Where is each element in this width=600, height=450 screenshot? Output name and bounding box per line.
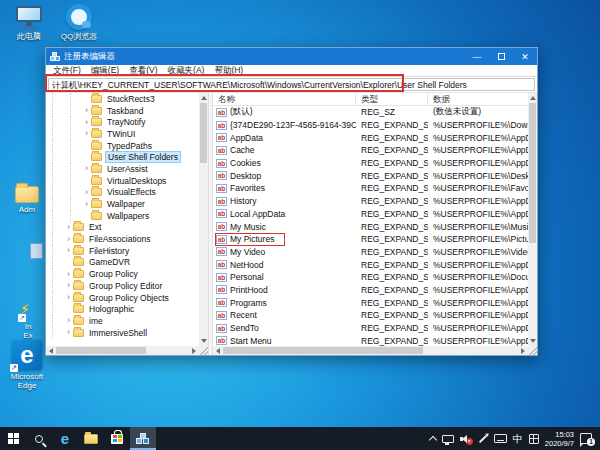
scroll-up-icon[interactable] — [530, 96, 536, 100]
taskbar-file-explorer-button[interactable] — [78, 427, 104, 450]
taskbar-edge-button[interactable]: e — [52, 427, 78, 450]
ime-mode-indicator[interactable]: 中 — [513, 434, 523, 444]
tree-item[interactable]: VirtualDesktops — [46, 175, 199, 187]
touch-keyboard-icon[interactable] — [494, 434, 507, 443]
address-input[interactable]: 计算机\HKEY_CURRENT_USER\SOFTWARE\Microsoft… — [48, 78, 535, 91]
menu-item[interactable]: 查看(V) — [126, 65, 164, 77]
desktop-icon-this-pc[interactable]: 此电脑 — [8, 6, 50, 41]
taskbar-regedit-button[interactable] — [130, 427, 156, 450]
title-bar[interactable]: 注册表编辑器 — ✕ — [46, 48, 537, 65]
start-button[interactable] — [0, 427, 26, 450]
desktop-icon-user-folder[interactable]: Adm — [10, 186, 44, 214]
expand-chevron-icon[interactable]: › — [82, 164, 91, 173]
tree-vertical-scrollbar[interactable] — [199, 93, 208, 346]
tree-item[interactable]: ›ImmersiveShell — [46, 327, 199, 339]
registry-value-row[interactable]: abNetHoodREG_EXPAND_SZ%USERPROFILE%\AppD… — [213, 258, 528, 271]
tree-horizontal-scrollbar[interactable] — [46, 346, 199, 355]
registry-value-row[interactable]: abCacheREG_EXPAND_SZ%USERPROFILE%\AppDa — [213, 144, 528, 157]
taskbar-store-button[interactable] — [104, 427, 130, 450]
registry-value-row[interactable]: abPrintHoodREG_EXPAND_SZ%USERPROFILE%\Ap… — [213, 284, 528, 297]
menu-item[interactable]: 编辑(E) — [88, 65, 126, 77]
tree-item[interactable]: ›FileAssociations — [46, 233, 199, 245]
scroll-right-icon[interactable] — [521, 348, 525, 354]
registry-value-row[interactable]: abFavoritesREG_EXPAND_SZ%USERPROFILE%\Fa… — [213, 182, 528, 195]
scroll-down-icon[interactable] — [201, 339, 207, 343]
expand-chevron-icon[interactable]: › — [82, 106, 91, 115]
registry-value-row[interactable]: abHistoryREG_EXPAND_SZ%USERPROFILE%\AppD… — [213, 195, 528, 208]
tree-item[interactable]: ›Group Policy — [46, 268, 199, 280]
registry-value-row[interactable]: abStart MenuREG_EXPAND_SZ%USERPROFILE%\A… — [213, 334, 528, 346]
registry-value-row[interactable]: abMy PicturesREG_EXPAND_SZ%USERPROFILE%\… — [213, 233, 528, 246]
values-vertical-scrollbar[interactable] — [528, 93, 537, 346]
registry-value-row[interactable]: abProgramsREG_EXPAND_SZ%USERPROFILE%\App… — [213, 296, 528, 309]
tree-item[interactable]: TypedPaths — [46, 140, 199, 152]
registry-value-row[interactable]: abPersonalREG_EXPAND_SZ%USERPROFILE%\Doc… — [213, 271, 528, 284]
scrollbar-thumb[interactable] — [223, 347, 423, 354]
tree-item[interactable]: ›TWinUI — [46, 128, 199, 140]
taskbar-clock[interactable]: 15:03 2020/9/7 — [545, 430, 574, 448]
scroll-left-icon[interactable] — [216, 348, 220, 354]
tree-item[interactable]: ›Ext — [46, 222, 199, 234]
values-horizontal-scrollbar[interactable] — [213, 346, 528, 355]
tree-item[interactable]: ›Taskband — [46, 105, 199, 117]
hidden-icons-chevron-icon[interactable] — [429, 436, 437, 444]
tree-item[interactable]: ›Group Policy Editor — [46, 280, 199, 292]
menu-item[interactable]: 帮助(H) — [211, 65, 250, 77]
expand-chevron-icon[interactable]: › — [82, 118, 91, 127]
expand-chevron-icon[interactable]: › — [64, 235, 73, 244]
column-header-type[interactable]: 类型 — [356, 93, 428, 105]
pen-input-icon[interactable] — [479, 434, 487, 442]
expand-chevron-icon[interactable]: › — [64, 281, 73, 290]
expand-chevron-icon[interactable]: › — [64, 293, 73, 302]
expand-chevron-icon[interactable]: › — [64, 316, 73, 325]
tree-item[interactable]: ›VisualEffects — [46, 187, 199, 199]
registry-value-row[interactable]: abCookiesREG_EXPAND_SZ%USERPROFILE%\AppD… — [213, 157, 528, 170]
expand-chevron-icon[interactable]: › — [64, 270, 73, 279]
tree-item[interactable]: ›UserAssist — [46, 163, 199, 175]
expand-chevron-icon[interactable]: › — [82, 200, 91, 209]
expand-chevron-icon[interactable]: › — [64, 246, 73, 255]
tree-item[interactable]: GameDVR — [46, 257, 199, 269]
registry-value-row[interactable]: ab{374DE290-123F-4565-9164-39C4925...REG… — [213, 119, 528, 132]
expand-chevron-icon[interactable]: › — [64, 223, 73, 232]
action-center-icon[interactable]: 1 — [580, 433, 592, 444]
registry-value-row[interactable]: abMy VideoREG_EXPAND_SZ%USERPROFILE%\Vid… — [213, 246, 528, 259]
tree-item[interactable]: ›FileHistory — [46, 245, 199, 257]
search-button[interactable] — [26, 427, 52, 450]
volume-muted-icon[interactable]: × — [460, 434, 472, 444]
scroll-up-icon[interactable] — [201, 96, 207, 100]
minimize-button[interactable]: — — [465, 48, 489, 65]
scrollbar-thumb[interactable] — [529, 103, 536, 243]
tree-item[interactable]: Wallpapers — [46, 210, 199, 222]
close-button[interactable]: ✕ — [513, 48, 537, 65]
tree-item[interactable]: StuckRects3 — [46, 93, 199, 105]
scroll-down-icon[interactable] — [530, 339, 536, 343]
tree-item[interactable]: ›TrayNotify — [46, 116, 199, 128]
tree-item[interactable]: Holographic — [46, 303, 199, 315]
column-header-data[interactable]: 数据 — [428, 93, 528, 105]
network-display-icon[interactable] — [442, 435, 454, 443]
expand-chevron-icon[interactable]: › — [64, 328, 73, 337]
registry-value-row[interactable]: abAppDataREG_EXPAND_SZ%USERPROFILE%\AppD… — [213, 131, 528, 144]
registry-value-row[interactable]: abSendToREG_EXPAND_SZ%USERPROFILE%\AppDa — [213, 322, 528, 335]
registry-value-row[interactable]: abDesktopREG_EXPAND_SZ%USERPROFILE%\Desk… — [213, 169, 528, 182]
scrollbar-thumb[interactable] — [200, 103, 207, 163]
tree-item[interactable]: ›Group Policy Objects — [46, 292, 199, 304]
desktop-icon-shortcut[interactable]: ↗ In Ex — [16, 300, 40, 340]
ime-toolbar-icon[interactable] — [529, 434, 539, 444]
column-header-name[interactable]: 名称 — [213, 93, 356, 105]
scrollbar-thumb[interactable] — [56, 347, 146, 354]
registry-value-row[interactable]: ab(默认)REG_SZ(数值未设置) — [213, 106, 528, 119]
scroll-left-icon[interactable] — [49, 348, 53, 354]
expand-chevron-icon[interactable]: › — [82, 188, 91, 197]
desktop-icon-partial[interactable] — [28, 243, 44, 259]
expand-chevron-icon[interactable]: › — [82, 129, 91, 138]
registry-value-row[interactable]: abLocal AppDataREG_EXPAND_SZ%USERPROFILE… — [213, 208, 528, 221]
tree-item[interactable]: ›ime — [46, 315, 199, 327]
menu-item[interactable]: 收藏夹(A) — [165, 65, 212, 77]
desktop-icon-qq-browser[interactable]: QQ浏览器 — [56, 4, 102, 41]
tree-item[interactable]: User Shell Folders — [46, 151, 199, 163]
registry-value-row[interactable]: abRecentREG_EXPAND_SZ%USERPROFILE%\AppDa — [213, 309, 528, 322]
maximize-button[interactable] — [489, 48, 513, 65]
tree-item[interactable]: ›Wallpaper — [46, 198, 199, 210]
